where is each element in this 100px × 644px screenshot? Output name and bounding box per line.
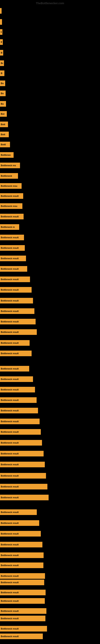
bar-item: Bo: [0, 60, 4, 66]
bar-label: Bottleneck result: [1, 522, 19, 524]
bar-item: B: [0, 70, 4, 76]
bar-label: E: [1, 31, 1, 33]
bar-item: Bottleneck result: [0, 329, 37, 335]
bar-label: Bottleneck result: [1, 617, 19, 620]
bar-label: Bottleneck result: [1, 288, 19, 291]
bar-item: Bottleneck result: [0, 429, 41, 435]
bar-label: Bottleneck result: [1, 310, 19, 312]
bar-label: Bottlenec: [1, 154, 11, 156]
bar-label: Bottleneck result: [1, 463, 19, 466]
bar-label: Bottleneck result: [1, 195, 19, 197]
bar-label: Bottleneck result: [1, 331, 19, 333]
bar-item: Bottleneck res: [0, 162, 20, 168]
bar-label: Bottleneck resu: [1, 185, 17, 187]
bar-item: Bottleneck result: [0, 245, 25, 251]
bar-label: Bottleneck result: [1, 544, 19, 546]
bar-item: B: [0, 39, 3, 45]
bar-item: Bo: [0, 80, 5, 86]
bar-label: Bottleneck result: [1, 368, 19, 370]
bar-item: Bottleneck result: [0, 397, 37, 403]
bar-label: Bottleneck result: [1, 300, 19, 302]
bar-label: Bott: [1, 133, 5, 136]
bar-item: Bottleneck resu: [0, 203, 22, 209]
bar-item: Bottleneck result: [0, 350, 32, 356]
bar-item: Bo: [0, 101, 6, 107]
bar-label: Bottleneck result: [1, 236, 19, 239]
bar-label: Bottleneck result: [1, 378, 19, 380]
bar-item: Bottleneck result: [0, 308, 34, 314]
bar-label: Bottleneck result: [1, 564, 19, 566]
bar-item: Bott: [0, 122, 8, 127]
bar-item: Bottleneck result: [0, 598, 45, 604]
bar-label: Bottleneck result: [1, 496, 19, 499]
bar-item: Bottleneck result: [0, 408, 38, 413]
bar-label: Bottleneck result: [1, 257, 19, 260]
bar-label: Bottleneck result: [1, 420, 19, 422]
bar-label: B: [1, 52, 2, 54]
bar-item: Bot: [0, 111, 7, 117]
bar-item: Bottleneck result: [0, 509, 37, 515]
bar-label: Bottleneck result: [1, 635, 19, 638]
bar-item: Bottleneck result: [0, 214, 24, 219]
bar-item: Bottleneck result: [0, 319, 36, 324]
bar-label: Bottleneck result: [1, 442, 19, 444]
bar-label: Bo: [1, 92, 4, 94]
bar-label: Bottleneck result: [1, 591, 19, 594]
bar-label: Bo: [1, 103, 4, 105]
bar-label: Bott: [1, 123, 5, 126]
bar-item: Bottleneck result: [0, 418, 40, 424]
bar-label: Bottleneck result: [1, 628, 19, 630]
bar-label: B: [1, 72, 2, 74]
bar-item: Bottleneck result: [0, 634, 43, 639]
bar-label: Bottleneck result: [1, 610, 19, 612]
bar-label: Bottleneck result: [1, 532, 19, 535]
bar-item: Bottleneck result: [0, 193, 23, 199]
site-title: TheBottlenecker.com: [36, 2, 64, 5]
bar-label: Bottleneck result: [1, 388, 19, 391]
bar-label: Bottleneck result: [1, 581, 19, 584]
bar-item: Bottleneck result: [0, 266, 27, 272]
bar-item: Bottleneck result: [0, 520, 39, 526]
bar-label: Bottleneck result: [1, 474, 19, 477]
bar-item: Bottleneck result: [0, 531, 41, 536]
bar-item: Bottleneck result: [0, 562, 43, 568]
bar-label: Bottleneck result: [1, 247, 19, 249]
bar-item: Bottleneck result: [0, 616, 46, 621]
bar-item: Bottleneck result: [0, 256, 26, 261]
bar-label: Bottleneck result: [1, 352, 19, 354]
bar-item: Bottleneck result: [0, 573, 45, 579]
bar-item: Bottleneck result: [0, 626, 47, 632]
bar-label: Bottleneck result: [1, 409, 19, 412]
bar-item: Bottleneck result: [0, 298, 33, 304]
bar-label: Bottleneck result: [1, 278, 19, 280]
bar-item: Bottleneck result: [0, 235, 24, 240]
bar-item: Bottleneck result: [0, 495, 49, 500]
bar-label: Bo: [1, 82, 4, 84]
bar-item: Bottleneck result: [0, 608, 47, 614]
bar-item: Bottleneck result: [0, 287, 32, 292]
bar-item: Bottleneck result: [0, 376, 33, 382]
bar-label: Bottleneck res: [1, 164, 16, 167]
bar-item: Bottleneck result: [0, 473, 46, 478]
bar-item: Bo: [0, 90, 6, 96]
bar-item: Bottleneck result: [0, 484, 48, 490]
bar-item: Bottleneck result: [0, 440, 42, 446]
bar-item: Bott: [0, 132, 9, 137]
bar-item: Bottleneck result: [0, 451, 44, 456]
bar-label: Bottleneck result: [1, 511, 19, 514]
bar-label: Bottleneck result: [1, 320, 19, 323]
bar-label: Bottleneck result: [1, 600, 19, 602]
bar-item: Bottleneck re: [0, 224, 19, 230]
bar-item: Bottleneck result: [0, 552, 44, 558]
bar-label: Bottleneck result: [1, 575, 19, 577]
bar-item: Bottleneck result: [0, 366, 29, 372]
bar-item: Bottleneck result: [0, 542, 42, 548]
bar-item: E: [0, 29, 2, 35]
bar-label: Bottleneck result: [1, 452, 19, 455]
bar-item: Bottl: [0, 142, 10, 147]
bar-item: Bottleneck result: [0, 462, 45, 467]
bar-item: Bottleneck result: [0, 590, 46, 595]
bar-label: Bo: [1, 62, 3, 64]
bar-item: Bottleneck result: [0, 276, 30, 282]
bar-label: Bot: [1, 113, 4, 115]
